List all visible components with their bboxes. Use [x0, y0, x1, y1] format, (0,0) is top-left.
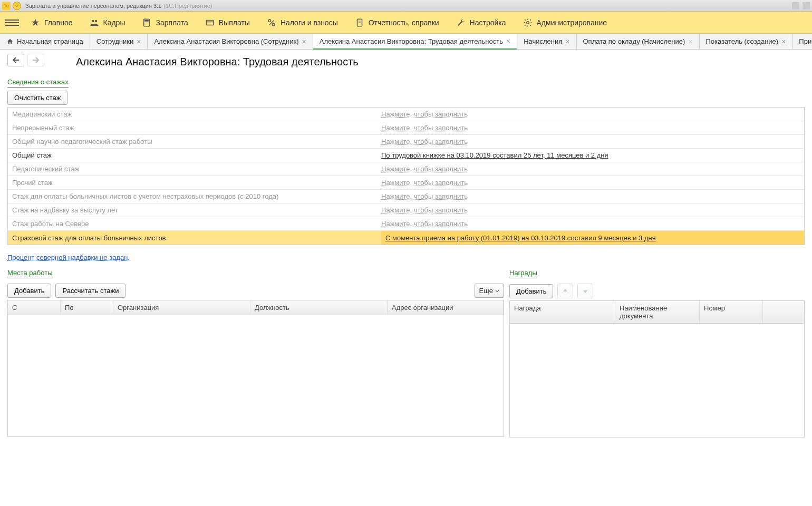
home-icon: [6, 38, 14, 45]
grid-header[interactable]: Организация: [113, 300, 250, 315]
page-body: Алексина Анастасия Викторовна: Трудовая …: [0, 50, 812, 442]
grid-header[interactable]: Наименование документа: [615, 301, 700, 323]
stazh-row[interactable]: Стаж на надбавку за выслугу летНажмите, …: [8, 203, 804, 217]
menu-taxes[interactable]: Налоги и взносы: [258, 12, 346, 33]
grid-header[interactable]: Номер: [700, 301, 763, 323]
move-up-button[interactable]: [557, 284, 573, 298]
grid-header[interactable]: Награда: [510, 301, 615, 323]
stazh-value-link[interactable]: По трудовой книжке на 03.10.2019 состави…: [381, 151, 608, 159]
menu-admin[interactable]: Администрирование: [515, 12, 616, 33]
platform-label: (1С:Предприятие): [163, 3, 212, 9]
svg-point-5: [272, 23, 275, 26]
stazh-value-link[interactable]: Нажмите, чтобы заполнить: [381, 124, 468, 132]
tab[interactable]: Алексина Анастасия Викторовна (Сотрудник…: [148, 34, 313, 49]
app-logo-icon: 1e: [2, 2, 11, 10]
document-icon: [355, 18, 364, 27]
page-title: Алексина Анастасия Викторовна: Трудовая …: [76, 56, 359, 68]
menu-taxes-label: Налоги и взносы: [281, 18, 338, 27]
stazh-label: Непрерывный стаж: [12, 124, 381, 132]
stazh-row[interactable]: Общий стажПо трудовой книжке на 03.10.20…: [8, 149, 804, 162]
stazh-row[interactable]: Педагогический стажНажмите, чтобы заполн…: [8, 162, 804, 176]
stazh-row[interactable]: Медицинский стажНажмите, чтобы заполнить: [8, 108, 804, 121]
svg-rect-2: [206, 20, 214, 25]
people-icon: [90, 18, 99, 27]
nav-back-button[interactable]: [7, 54, 24, 66]
stazh-value-link[interactable]: Нажмите, чтобы заполнить: [381, 165, 468, 173]
stazh-row[interactable]: Общий научно-педагогический стаж работыН…: [8, 135, 804, 149]
stazh-value-link[interactable]: Нажмите, чтобы заполнить: [381, 138, 468, 145]
stazh-value-link[interactable]: Нажмите, чтобы заполнить: [381, 206, 468, 214]
stazh-value-link[interactable]: Нажмите, чтобы заполнить: [381, 192, 468, 200]
recalc-stazh-button[interactable]: Рассчитать стажи: [55, 284, 125, 298]
stazh-value-link[interactable]: Нажмите, чтобы заполнить: [381, 179, 468, 187]
close-icon[interactable]: ×: [302, 38, 306, 45]
maximize-icon[interactable]: [803, 2, 810, 9]
app-menu-dropdown[interactable]: [13, 2, 21, 10]
stazh-row[interactable]: Страховой стаж для оплаты больничных лис…: [8, 231, 804, 245]
close-icon[interactable]: ×: [506, 37, 510, 45]
grid-header[interactable]: Адрес организации: [388, 300, 504, 315]
stazh-value-link[interactable]: Нажмите, чтобы заполнить: [381, 110, 468, 118]
stazh-value-link[interactable]: С момента приема на работу (01.01.2019) …: [385, 234, 656, 242]
menu-main-label: Главное: [44, 18, 73, 27]
stazh-value-link[interactable]: Нажмите, чтобы заполнить: [381, 220, 468, 228]
star-icon: [31, 18, 40, 27]
grid-header[interactable]: С: [8, 300, 61, 315]
menu-reports-label: Отчетность, справки: [369, 18, 439, 27]
main-menu: Главное Кадры Зарплата Выплаты Налоги и …: [0, 12, 812, 34]
gear-icon: [523, 18, 533, 27]
stazh-label: Общий стаж: [12, 151, 381, 159]
svg-point-4: [268, 20, 271, 22]
tab[interactable]: Начисления×: [517, 34, 576, 49]
stazh-row[interactable]: Стаж работы на СевереНажмите, чтобы запо…: [8, 217, 804, 231]
close-icon[interactable]: ×: [781, 38, 786, 45]
stazh-row[interactable]: Стаж для оплаты больничных листов с учет…: [8, 190, 804, 203]
stazh-row[interactable]: Непрерывный стажНажмите, чтобы заполнить: [8, 121, 804, 135]
stazh-row[interactable]: Прочий стажНажмите, чтобы заполнить: [8, 176, 804, 190]
menu-payments-label: Выплаты: [219, 18, 250, 27]
grid-header[interactable]: Должность: [250, 300, 388, 315]
awards-grid-body[interactable]: [510, 324, 804, 437]
add-job-button[interactable]: Добавить: [7, 284, 51, 298]
add-award-button[interactable]: Добавить: [509, 284, 553, 298]
awards-grid[interactable]: НаградаНаименование документаНомер: [509, 300, 805, 437]
tab[interactable]: Оплата по окладу (Начисление)×: [577, 34, 700, 49]
stazh-label: Стаж для оплаты больничных листов с учет…: [12, 192, 381, 200]
jobs-grid-body[interactable]: [8, 315, 504, 436]
grid-header[interactable]: По: [61, 300, 113, 315]
jobs-more-button[interactable]: Еще: [475, 284, 504, 298]
stazh-label: Стаж работы на Севере: [12, 220, 381, 228]
minimize-icon[interactable]: [792, 2, 799, 9]
menu-main[interactable]: Главное: [22, 12, 81, 33]
north-allowance-link[interactable]: Процент северной надбавки не задан.: [7, 254, 130, 261]
menu-reports[interactable]: Отчетность, справки: [346, 12, 448, 33]
tab[interactable]: Начальная страница: [0, 34, 90, 49]
close-icon[interactable]: ×: [565, 38, 569, 45]
move-down-button[interactable]: [577, 284, 593, 298]
menu-payments[interactable]: Выплаты: [197, 12, 258, 33]
tab-label: Алексина Анастасия Викторовна (Сотрудник…: [154, 37, 298, 45]
close-icon[interactable]: ×: [137, 38, 141, 45]
hamburger-icon[interactable]: [5, 16, 19, 30]
jobs-grid[interactable]: СПоОрганизацияДолжностьАдрес организации: [7, 300, 504, 437]
tab[interactable]: Показатель (создание)×: [700, 34, 793, 49]
wallet-icon: [205, 18, 215, 27]
stazh-label: Стаж на надбавку за выслугу лет: [12, 206, 381, 214]
tab[interactable]: Алексина Анастасия Викторовна: Трудовая …: [313, 34, 517, 50]
menu-settings[interactable]: Настройка: [448, 12, 515, 33]
stazh-label: Страховой стаж для оплаты больничных лис…: [12, 234, 381, 242]
nav-forward-button[interactable]: [27, 54, 44, 66]
stazh-label: Общий научно-педагогический стаж работы: [12, 138, 381, 145]
stazh-label: Медицинский стаж: [12, 110, 381, 118]
close-icon[interactable]: ×: [688, 38, 692, 45]
section-jobs-title: Места работы: [7, 269, 53, 278]
tab[interactable]: Сотрудники×: [90, 34, 148, 49]
tab[interactable]: Прием на: [792, 34, 812, 49]
stazh-table: Медицинский стажНажмите, чтобы заполнить…: [7, 107, 805, 245]
menu-salary[interactable]: Зарплата: [133, 12, 196, 33]
tab-label: Начальная страница: [17, 37, 83, 45]
menu-staff[interactable]: Кадры: [81, 12, 134, 33]
calculator-icon: [142, 18, 151, 27]
svg-rect-1: [145, 20, 149, 21]
clear-stazh-button[interactable]: Очистить стаж: [7, 91, 67, 105]
